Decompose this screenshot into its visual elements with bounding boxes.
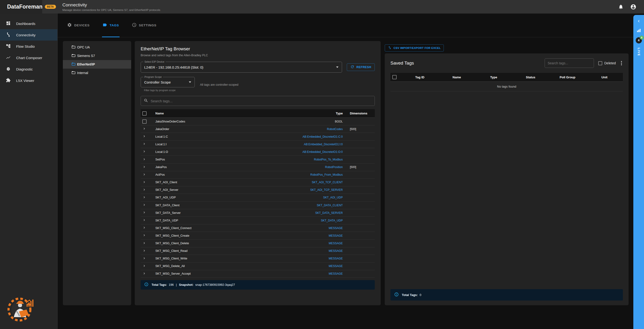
chevron-right-icon[interactable] — [142, 256, 146, 261]
tag-name: ActPos — [154, 173, 272, 176]
tag-type[interactable]: MESSAGE — [272, 249, 343, 252]
chevron-right-icon[interactable] — [142, 188, 146, 192]
tag-table-row[interactable]: Local:1:I AB:Embedded_DiscreteIO1:I:0 — [141, 141, 375, 148]
tag-type[interactable]: MESSAGE — [272, 257, 343, 260]
chevron-right-icon[interactable] — [142, 157, 146, 162]
tag-table-row[interactable]: SKT_MSG_Delete_All MESSAGE — [141, 262, 375, 270]
tag-type[interactable]: SKT_DATA_SERVER — [272, 211, 343, 215]
chevron-right-icon[interactable] — [142, 195, 146, 200]
tag-table-row[interactable]: SKT_MSG_Client_Write MESSAGE — [141, 255, 375, 262]
tag-table-row[interactable]: SKT_AOI_Server SKT_AOI_TCP_SERVER — [141, 186, 375, 194]
sidebar-item-flow-studio[interactable]: Flow Studio — [0, 41, 58, 52]
chevron-right-icon[interactable] — [142, 271, 146, 276]
bar-chart-icon[interactable] — [636, 28, 642, 34]
tag-table-row[interactable]: SKT_AOI_Client SKT_AOI_TCP_CLIENT — [141, 179, 375, 186]
saved-select-all-checkbox[interactable] — [392, 75, 396, 79]
tree-item-internal[interactable]: Internal — [63, 69, 131, 77]
tag-name: Local:1:C — [154, 135, 272, 138]
tag-type[interactable]: RobotCodes — [272, 127, 343, 131]
tag-type[interactable]: SKT_DATA_UDP — [272, 219, 343, 222]
tag-type[interactable]: AB:Embedded_DiscreteIO1:I:0 — [272, 143, 343, 146]
chevron-right-icon[interactable] — [142, 142, 146, 146]
account-circle-icon[interactable] — [630, 4, 636, 10]
refresh-button-label: REFRESH — [356, 66, 371, 69]
tag-table-row[interactable]: SKT_DATA_Client SKT_DATA_CLIENT — [141, 202, 375, 209]
tag-type[interactable]: MESSAGE — [272, 272, 343, 275]
tag-type[interactable]: AB:Embedded_DiscreteIO1:O:0 — [272, 150, 343, 154]
tag-table-row[interactable]: SKT_AOI_UDP SKT_AOI_UDP — [141, 194, 375, 202]
tree-item-siemens-s7[interactable]: Siemens S7 — [63, 52, 131, 60]
sidebar-item-diagnostic[interactable]: Diagnostic — [0, 63, 58, 75]
tab-devices[interactable]: DEVICES — [67, 14, 90, 37]
tag-table-row[interactable]: SKT_MSG_Server_Accept MESSAGE — [141, 270, 375, 278]
tag-type[interactable]: SKT_AOI_TCP_SERVER — [272, 188, 343, 192]
column-header-status: Status — [512, 76, 549, 79]
column-header-name: Name — [154, 112, 272, 115]
sidebar-item-l5x-viewer[interactable]: L5X Viewer — [0, 75, 58, 86]
chevron-right-icon[interactable] — [142, 134, 146, 139]
tag-type[interactable]: MESSAGE — [272, 242, 343, 245]
tag-table-row[interactable]: SKT_DATA_Server SKT_DATA_SERVER — [141, 209, 375, 217]
tag-table-row[interactable]: SetPos RobotPos_To_Modbus — [141, 156, 375, 163]
notifications-bell-icon[interactable] — [618, 4, 624, 10]
tag-table-row[interactable]: JakaPos RobotPosition [500] — [141, 164, 375, 171]
tag-search-input[interactable] — [150, 99, 372, 103]
tag-type[interactable]: MESSAGE — [272, 264, 343, 268]
tag-type[interactable]: SKT_AOI_TCP_CLIENT — [272, 181, 343, 184]
sidebar-item-chart-composer[interactable]: Chart Composer — [0, 52, 58, 63]
chevron-right-icon[interactable] — [142, 150, 146, 154]
tree-item-ethernet-ip[interactable]: EtherNet/IP — [63, 60, 131, 69]
csv-import-export-button[interactable]: CSV IMPORT/EXPORT FOR EXCEL — [385, 44, 444, 52]
chevron-right-icon[interactable] — [142, 241, 146, 246]
chevron-right-icon[interactable] — [142, 264, 146, 268]
deleted-filter[interactable]: Deleted — [598, 61, 616, 65]
refresh-button[interactable]: REFRESH — [347, 63, 375, 71]
more-options-icon[interactable] — [620, 60, 623, 66]
tag-table-row[interactable]: Local:1:C AB:Embedded_DiscreteIO1:C:0 — [141, 133, 375, 141]
tag-table-row[interactable]: JakaShowOrderCodes BOOL — [141, 118, 375, 125]
tree-item-opc-ua[interactable]: OPC UA — [63, 43, 131, 52]
tag-type[interactable]: MESSAGE — [272, 226, 343, 230]
chevron-right-icon[interactable] — [142, 127, 146, 131]
column-header-poll-group: Poll Group — [549, 76, 586, 79]
tag-type[interactable]: AB:Embedded_DiscreteIO1:C:0 — [272, 135, 343, 138]
tag-type[interactable]: MESSAGE — [272, 234, 343, 237]
tag-type[interactable]: RobotPosition — [272, 165, 343, 169]
chevron-right-icon[interactable] — [142, 249, 146, 253]
tag-type[interactable]: RobotPos_From_Modbus — [272, 173, 343, 176]
chevron-right-icon[interactable] — [142, 218, 146, 223]
deleted-label: Deleted — [604, 61, 616, 65]
tag-type[interactable]: SKT_DATA_CLIENT — [272, 204, 343, 207]
chevron-right-icon[interactable] — [142, 226, 146, 230]
sidebar-item-connectivity[interactable]: Connectivity — [0, 29, 58, 41]
tag-table-row[interactable]: SKT_MSG_Client_Connect MESSAGE — [141, 224, 375, 232]
tag-type[interactable]: SKT_AOI_UDP — [272, 196, 343, 199]
tag-type[interactable]: RobotPos_To_Modbus — [272, 158, 343, 161]
row-checkbox[interactable] — [142, 119, 146, 124]
deleted-checkbox[interactable] — [598, 61, 602, 65]
select-all-checkbox[interactable] — [142, 111, 146, 116]
tag-table-row[interactable]: Local:1:O AB:Embedded_DiscreteIO1:O:0 — [141, 148, 375, 156]
tag-table-row[interactable]: JakaOrder RobotCodes [500] — [141, 125, 375, 133]
sidebar-item-dashboards[interactable]: Dashboards — [0, 18, 58, 29]
program-scope-select[interactable]: Program Scope Controller Scope — [141, 77, 195, 87]
tag-table-row[interactable]: SKT_DATA_UDP SKT_DATA_UDP — [141, 217, 375, 224]
eip-device-select[interactable]: Select EIP Device L24ER - 192.168.0.25:4… — [141, 62, 342, 73]
tab-tags[interactable]: TAGS — [102, 14, 120, 37]
chevron-right-icon[interactable] — [142, 203, 146, 207]
chevron-right-icon[interactable] — [142, 180, 146, 185]
app-name: DataForeman — [7, 4, 42, 10]
tag-type[interactable]: BOOL — [272, 120, 343, 123]
chevron-left-icon[interactable] — [636, 19, 641, 25]
chevron-right-icon[interactable] — [142, 165, 146, 169]
chevron-right-icon[interactable] — [142, 173, 146, 177]
saved-search-input[interactable] — [548, 61, 591, 65]
tab-settings[interactable]: SETTINGS — [132, 14, 157, 37]
tag-table-row[interactable]: ActPos RobotPos_From_Modbus — [141, 171, 375, 179]
chevron-right-icon[interactable] — [142, 211, 146, 215]
tag-table-row[interactable]: SKT_MSG_Client_Read MESSAGE — [141, 247, 375, 255]
live-data-drawer-tab[interactable]: 4 4 LIVE — [633, 15, 644, 329]
tag-table-row[interactable]: SKT_MSG_Client_Create MESSAGE — [141, 232, 375, 239]
chevron-right-icon[interactable] — [142, 233, 146, 238]
tag-table-row[interactable]: SKT_MSG_Client_Delete MESSAGE — [141, 240, 375, 247]
